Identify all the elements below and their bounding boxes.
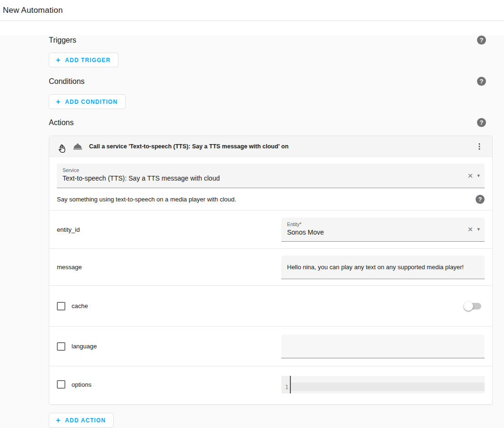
- action-card-header: Call a service 'Text-to-speech (TTS): Sa…: [49, 136, 492, 157]
- service-field-label: Service: [63, 167, 451, 173]
- conditions-help-icon[interactable]: ?: [477, 77, 486, 86]
- options-yaml-editor[interactable]: 1: [281, 376, 485, 393]
- cache-row: cache: [49, 286, 492, 326]
- triggers-heading: Triggers: [49, 36, 76, 45]
- entity-clear-icon[interactable]: ×: [468, 225, 473, 234]
- actions-heading: Actions: [49, 118, 73, 127]
- action-card-title: Call a service 'Text-to-speech (TTS): Sa…: [89, 143, 288, 150]
- add-action-button[interactable]: + ADD ACTION: [49, 413, 114, 428]
- add-action-label: ADD ACTION: [65, 417, 106, 424]
- language-label: language: [72, 343, 97, 350]
- add-trigger-button[interactable]: + ADD TRIGGER: [49, 53, 118, 67]
- conditions-section-header: Conditions ?: [49, 77, 493, 86]
- yaml-active-line: [291, 382, 485, 391]
- app-header: New Automation: [0, 0, 504, 21]
- entity-id-label: entity_id: [57, 226, 80, 233]
- service-bell-icon: [72, 141, 83, 152]
- actions-section-header: Actions ?: [49, 118, 493, 127]
- options-row: options 1: [49, 366, 492, 402]
- entity-picker-field[interactable]: Entity* Sonos Move × ▾: [281, 218, 485, 242]
- options-label: options: [72, 381, 91, 388]
- message-label: message: [57, 264, 82, 271]
- service-description: Say something using text-to-speech on a …: [57, 196, 236, 203]
- yaml-line-number: 1: [281, 376, 291, 393]
- triggers-help-icon[interactable]: ?: [477, 36, 486, 45]
- toggle-knob: [464, 301, 473, 311]
- add-trigger-label: ADD TRIGGER: [65, 57, 110, 64]
- conditions-heading: Conditions: [49, 77, 85, 86]
- entity-id-row: entity_id Entity* Sonos Move × ▾: [49, 210, 492, 248]
- collapse-chevron-up-icon[interactable]: [57, 141, 67, 152]
- cache-label: cache: [72, 302, 88, 310]
- message-input-field[interactable]: Hello nina, you can play any text on any…: [281, 255, 485, 279]
- message-field-value: Hello nina, you can play any text on any…: [287, 264, 464, 271]
- actions-help-icon[interactable]: ?: [477, 118, 486, 127]
- service-field[interactable]: Service Text-to-speech (TTS): Say a TTS …: [57, 164, 485, 188]
- triggers-section-header: Triggers ?: [49, 36, 493, 45]
- entity-caret-down-icon[interactable]: ▾: [477, 227, 480, 232]
- options-checkbox[interactable]: [57, 380, 65, 389]
- plus-icon: +: [56, 98, 60, 106]
- add-condition-button[interactable]: + ADD CONDITION: [49, 94, 126, 109]
- entity-field-label: Entity*: [287, 221, 451, 227]
- language-checkbox[interactable]: [57, 342, 65, 351]
- service-clear-icon[interactable]: ×: [468, 171, 473, 180]
- language-input-field[interactable]: [281, 335, 485, 358]
- page-title: New Automation: [3, 6, 63, 15]
- service-field-value: Text-to-speech (TTS): Say a TTS message …: [63, 174, 451, 182]
- plus-icon: +: [56, 416, 60, 425]
- card-overflow-menu-icon[interactable]: [474, 141, 485, 152]
- language-row: language: [49, 327, 492, 366]
- plus-icon: +: [56, 56, 60, 64]
- entity-field-value: Sonos Move: [287, 228, 451, 236]
- add-condition-label: ADD CONDITION: [65, 99, 117, 105]
- cache-toggle-switch[interactable]: [465, 303, 481, 310]
- service-caret-down-icon[interactable]: ▾: [477, 173, 480, 178]
- message-row: message Hello nina, you can play any tex…: [49, 249, 492, 285]
- service-help-icon[interactable]: ?: [476, 195, 485, 204]
- action-card: Call a service 'Text-to-speech (TTS): Sa…: [49, 136, 493, 405]
- automation-editor: Triggers ? + ADD TRIGGER Conditions ? + …: [0, 36, 504, 428]
- yaml-editor-padding: [291, 376, 485, 382]
- cache-checkbox[interactable]: [57, 302, 65, 310]
